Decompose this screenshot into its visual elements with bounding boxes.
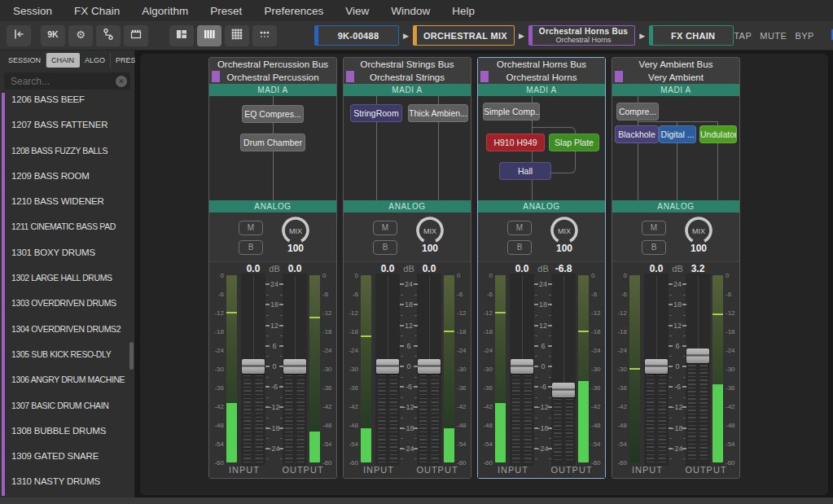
input-io-bar[interactable]: MADI A bbox=[612, 84, 739, 96]
fx-block-blackhole[interactable]: Blackhole bbox=[615, 125, 659, 143]
bypass-button[interactable]: B bbox=[239, 240, 263, 255]
bypass-button[interactable]: B bbox=[507, 240, 532, 255]
scale-tick bbox=[535, 356, 537, 357]
mute-button[interactable]: M bbox=[642, 221, 666, 235]
input-fader[interactable] bbox=[510, 274, 534, 466]
fx-block-compre[interactable]: Compre... bbox=[616, 103, 659, 121]
list-item[interactable]: 1209 BASS ROOM bbox=[0, 164, 134, 189]
mute-button[interactable]: M bbox=[239, 221, 263, 235]
search-clear-icon[interactable]: ✕ bbox=[116, 76, 127, 87]
list-item[interactable]: 1308 BUBBLE DRUMS bbox=[0, 419, 134, 444]
fx-block-hall[interactable]: Hall bbox=[499, 162, 551, 180]
collapse-sidebar-button[interactable] bbox=[7, 25, 31, 46]
view-grid-button[interactable] bbox=[225, 25, 249, 46]
byp-button[interactable]: BYP bbox=[795, 31, 814, 41]
input-fader[interactable] bbox=[644, 274, 669, 466]
tap-button[interactable]: TAP bbox=[734, 31, 752, 41]
bus-title: Orchestral Horns Bus bbox=[478, 58, 605, 71]
fader-handle[interactable] bbox=[686, 348, 709, 363]
list-item[interactable]: 1206 BASS BEEF bbox=[0, 93, 134, 112]
fx-block-simple-comp[interactable]: Simple Comp... bbox=[483, 103, 540, 121]
list-item[interactable]: 1210 BASS WIDENER bbox=[0, 189, 134, 214]
menu-algorithm[interactable]: Algorithm bbox=[142, 5, 188, 17]
output-fader[interactable] bbox=[417, 274, 441, 466]
view-columns-button[interactable] bbox=[197, 25, 221, 46]
crumb-orchestral-mix[interactable]: ORCHESTRAL MIX bbox=[413, 25, 515, 46]
output-fader[interactable] bbox=[283, 274, 307, 466]
tab-algo[interactable]: ALGO bbox=[80, 53, 111, 68]
mute-button[interactable]: MUTE bbox=[760, 31, 787, 41]
menu-preset[interactable]: Preset bbox=[210, 5, 242, 17]
list-item[interactable]: 1304 OVERDRIVEN DRUMS2 bbox=[0, 317, 134, 342]
fx-block-digital[interactable]: Digital ... bbox=[659, 125, 696, 143]
tab-chain[interactable]: CHAIN bbox=[46, 53, 80, 68]
list-item[interactable]: 1309 GATED SNARE bbox=[0, 444, 134, 469]
input-io-bar[interactable]: MADI A bbox=[478, 84, 605, 96]
settings-gear-button[interactable]: ⚙ bbox=[68, 25, 93, 46]
output-io-bar[interactable]: ANALOG bbox=[612, 200, 739, 213]
output-io-bar[interactable]: ANALOG bbox=[478, 200, 605, 213]
list-item[interactable]: 1302 LARGE HALL DRUMS bbox=[0, 265, 134, 291]
input-fader[interactable] bbox=[241, 274, 265, 466]
tab-session[interactable]: SESSION bbox=[3, 53, 46, 68]
output-io-bar[interactable]: ANALOG bbox=[209, 200, 336, 213]
scrollbar-thumb[interactable] bbox=[129, 342, 134, 370]
list-item[interactable]: 1208 BASS FUZZY BALLS bbox=[0, 138, 134, 164]
mute-button[interactable]: M bbox=[507, 221, 532, 235]
fader-handle[interactable] bbox=[552, 383, 575, 397]
fx-block-h910-h949[interactable]: H910 H949 bbox=[486, 134, 545, 151]
output-fader[interactable] bbox=[686, 274, 710, 466]
crumb-fx-chain[interactable]: FX CHAIN bbox=[649, 25, 734, 46]
crumb-9k-00488[interactable]: 9K-00488 bbox=[314, 25, 399, 46]
scale-label: -30 bbox=[612, 366, 627, 373]
list-item[interactable]: 1310 NASTY DRUMS bbox=[0, 469, 134, 494]
fx-block-eq-compres[interactable]: EQ Compres... bbox=[242, 105, 304, 123]
view-split-button[interactable] bbox=[169, 25, 194, 46]
fader-handle[interactable] bbox=[511, 359, 533, 374]
fader-handle[interactable] bbox=[283, 359, 306, 374]
scale-tick bbox=[535, 418, 537, 419]
fx-block-slap-plate[interactable]: Slap Plate bbox=[549, 134, 599, 151]
menu-preferences[interactable]: Preferences bbox=[264, 5, 323, 17]
mute-button[interactable]: M bbox=[373, 221, 397, 235]
fader-handle[interactable] bbox=[242, 359, 265, 374]
fx-block-stringroom[interactable]: StringRoom bbox=[350, 104, 402, 122]
fader-handle[interactable] bbox=[645, 359, 668, 374]
fx-block-undulator[interactable]: Undulator bbox=[699, 125, 737, 143]
input-io-bar[interactable]: MADI A bbox=[344, 84, 471, 96]
scale-label: -6 bbox=[455, 291, 471, 298]
view-more-button[interactable] bbox=[252, 25, 277, 46]
menu-view[interactable]: View bbox=[345, 5, 369, 17]
fx-block-drum-chamber[interactable]: Drum Chamber bbox=[240, 134, 305, 151]
list-item[interactable]: 1207 BASS FATTENER bbox=[0, 112, 134, 138]
bypass-button[interactable]: B bbox=[642, 240, 666, 255]
filmstrip-button[interactable] bbox=[124, 25, 148, 46]
fx-block-thick-ambien[interactable]: Thick Ambien... bbox=[408, 104, 468, 122]
fader-handle[interactable] bbox=[418, 359, 441, 374]
list-item[interactable]: 1303 OVERDRIVEN DRUMS bbox=[0, 291, 134, 316]
crumb-orchestral-horns-bus[interactable]: Orchestral Horns BusOrchestral Horns bbox=[528, 25, 635, 46]
menu-fx-chain[interactable]: FX Chain bbox=[74, 5, 120, 17]
input-io-bar[interactable]: MADI A bbox=[209, 84, 336, 96]
scale-label: -24 bbox=[590, 347, 606, 354]
routing-button[interactable] bbox=[96, 25, 121, 46]
output-label: OUTPUT bbox=[545, 465, 598, 475]
scale-label: -54 bbox=[344, 440, 358, 448]
output-io-bar[interactable]: ANALOG bbox=[344, 200, 471, 213]
fader-handle[interactable] bbox=[376, 359, 399, 374]
menu-session[interactable]: Session bbox=[13, 5, 52, 17]
menu-window[interactable]: Window bbox=[391, 5, 430, 17]
input-meter bbox=[629, 275, 640, 462]
list-item[interactable]: 1307 BASIC DRUM CHAIN bbox=[0, 393, 134, 419]
list-item[interactable]: 1211 CINEMATIC BASS PAD bbox=[0, 214, 134, 239]
search-input[interactable] bbox=[4, 72, 130, 90]
menu-help[interactable]: Help bbox=[452, 5, 475, 17]
input-fader[interactable] bbox=[375, 274, 400, 466]
list-item[interactable]: 1301 BOXY DRUMS bbox=[0, 240, 134, 265]
list-item[interactable]: 1305 SUB KICK RESO-DLY bbox=[0, 342, 134, 367]
output-level-value: 3.2 bbox=[686, 263, 710, 274]
output-fader[interactable] bbox=[551, 274, 576, 466]
bypass-button[interactable]: B bbox=[373, 240, 397, 255]
9k-button[interactable]: 9K bbox=[41, 25, 65, 46]
list-item[interactable]: 1306 ANGRY DRUM MACHINE bbox=[0, 367, 134, 392]
